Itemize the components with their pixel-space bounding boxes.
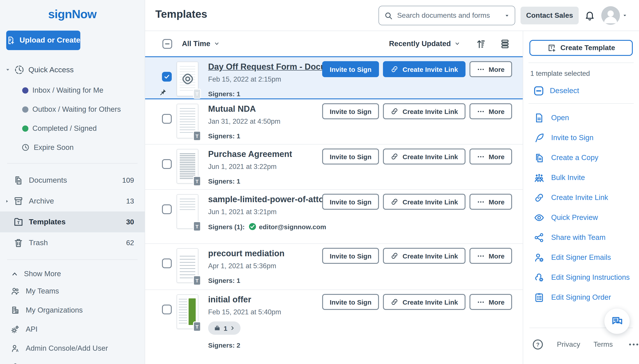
panel-action-item[interactable]: Open bbox=[529, 108, 633, 128]
row-checkbox[interactable] bbox=[162, 114, 172, 124]
chevron-up-icon bbox=[12, 271, 18, 277]
document-thumbnail[interactable]: T bbox=[177, 62, 198, 96]
more-dots-icon bbox=[477, 252, 485, 260]
panel-action-label: Invite to Sign bbox=[551, 134, 593, 142]
template-plus-icon: T bbox=[547, 44, 556, 52]
user-avatar[interactable] bbox=[601, 6, 620, 25]
link-icon bbox=[391, 107, 399, 115]
document-thumbnail[interactable]: T bbox=[177, 104, 198, 138]
quick-access-item[interactable]: Outbox / Waiting for Others bbox=[0, 100, 145, 119]
upload-or-create-button[interactable]: Upload or Create bbox=[6, 30, 80, 50]
row-checkbox[interactable] bbox=[162, 258, 172, 268]
team-badge[interactable]: 1 bbox=[208, 322, 241, 335]
quick-access-item[interactable]: Completed / Signed bbox=[0, 119, 145, 138]
sidebar-folder-item[interactable]: Archive 13 bbox=[0, 191, 145, 212]
create-invite-link-button[interactable]: Create Invite Link bbox=[383, 148, 466, 164]
sidebar-more-item[interactable]: A Admin Console/Add User bbox=[0, 339, 145, 358]
share-team-icon bbox=[534, 232, 544, 243]
document-thumbnail[interactable]: T bbox=[177, 194, 198, 229]
time-filter-dropdown[interactable]: All Time bbox=[182, 40, 219, 48]
panel-action-item[interactable]: Edit Signing Instructions bbox=[529, 267, 633, 287]
invite-to-sign-button[interactable]: Invite to Sign bbox=[322, 148, 379, 164]
quick-access-item[interactable]: Inbox / Waiting for Me bbox=[0, 81, 145, 100]
deselect-button[interactable]: Deselect bbox=[533, 85, 633, 97]
more-button[interactable]: More bbox=[469, 61, 512, 77]
panel-action-label: Edit Signing Instructions bbox=[551, 273, 630, 282]
contact-sales-button[interactable]: Contact Sales bbox=[520, 7, 579, 24]
template-title-link[interactable]: precourt mediation bbox=[208, 249, 284, 258]
row-checkbox[interactable] bbox=[162, 159, 172, 169]
invite-to-sign-button[interactable]: Invite to Sign bbox=[322, 248, 379, 264]
privacy-link[interactable]: Privacy bbox=[557, 340, 580, 348]
account-menu-caret-icon[interactable] bbox=[622, 13, 627, 18]
invite-to-sign-button[interactable]: Invite to Sign bbox=[322, 103, 379, 119]
caret-right-icon[interactable] bbox=[5, 199, 9, 203]
live-chat-button[interactable] bbox=[604, 308, 630, 334]
more-button[interactable]: More bbox=[469, 294, 512, 310]
create-invite-link-button[interactable]: Create Invite Link bbox=[383, 248, 466, 264]
row-checkbox[interactable] bbox=[162, 72, 172, 82]
help-icon[interactable]: ? bbox=[532, 338, 544, 350]
create-invite-link-button[interactable]: Create Invite Link bbox=[383, 61, 466, 77]
panel-action-item[interactable]: Quick Preview bbox=[529, 208, 633, 228]
sidebar-more-item[interactable]: Pricing bbox=[0, 358, 145, 364]
folder-label: Trash bbox=[29, 238, 48, 247]
sidebar-more-item-label: Pricing bbox=[26, 363, 48, 364]
document-thumbnail[interactable]: T bbox=[177, 294, 198, 329]
row-checkbox[interactable] bbox=[162, 204, 172, 214]
panel-action-item[interactable]: Share with Team bbox=[529, 228, 633, 248]
sort-label: Recently Updated bbox=[389, 40, 451, 48]
search-input[interactable] bbox=[397, 12, 500, 20]
sidebar-more-item[interactable]: My Teams bbox=[0, 282, 145, 300]
sidebar-divider bbox=[7, 259, 138, 260]
more-button[interactable]: More bbox=[469, 103, 512, 119]
create-invite-link-button[interactable]: Create Invite Link bbox=[383, 103, 466, 119]
template-title-link[interactable]: Mutual NDA bbox=[208, 104, 256, 114]
sidebar-more-item[interactable]: API bbox=[0, 320, 145, 339]
sort-direction-icon[interactable] bbox=[476, 38, 486, 49]
search-scope-caret-icon[interactable] bbox=[505, 13, 509, 18]
invite-sign-icon bbox=[534, 132, 544, 143]
template-title-link[interactable]: initial offer bbox=[208, 295, 251, 304]
sidebar-folder-item[interactable]: Trash 62 bbox=[0, 232, 145, 253]
sidebar-folder-item[interactable]: T Templates 30 bbox=[0, 212, 145, 232]
template-title-link[interactable]: Purchase Agreement bbox=[208, 150, 292, 159]
organizations-icon bbox=[11, 306, 20, 315]
quick-access-item[interactable]: Expire Soon bbox=[0, 138, 145, 157]
sidebar-folder-item[interactable]: Documents 109 bbox=[0, 170, 145, 191]
invite-to-sign-button[interactable]: Invite to Sign bbox=[322, 294, 379, 310]
folder-label: Documents bbox=[29, 176, 67, 185]
sort-dropdown[interactable]: Recently Updated bbox=[389, 40, 460, 48]
create-template-button[interactable]: T Create Template bbox=[529, 40, 633, 56]
select-all-checkbox[interactable] bbox=[162, 39, 172, 48]
more-button[interactable]: More bbox=[469, 148, 512, 164]
panel-action-item[interactable]: Edit Signing Order bbox=[529, 287, 633, 307]
panel-action-item[interactable]: Create a Copy bbox=[529, 148, 633, 168]
show-more-toggle[interactable]: Show More bbox=[12, 270, 145, 278]
footer-more-options-icon[interactable] bbox=[628, 338, 639, 350]
invite-to-sign-button[interactable]: Invite to Sign bbox=[322, 61, 379, 77]
template-title-link[interactable]: sample-limited-power-of-attor… bbox=[208, 195, 336, 204]
sidebar-more-item-label: My Teams bbox=[26, 287, 59, 295]
quick-access-header[interactable]: Quick Access bbox=[5, 65, 145, 75]
template-row: T initial offer Feb 15, 2021 at 5:40pm 1… bbox=[145, 290, 523, 364]
panel-action-item[interactable]: Create Invite Link bbox=[529, 188, 633, 208]
document-thumbnail[interactable]: T bbox=[177, 248, 198, 283]
invite-to-sign-button[interactable]: Invite to Sign bbox=[322, 194, 379, 210]
notifications-bell-icon[interactable] bbox=[584, 10, 595, 21]
create-invite-link-button[interactable]: Create Invite Link bbox=[383, 294, 466, 310]
panel-action-item[interactable]: Bulk Invite bbox=[529, 168, 633, 188]
more-button[interactable]: More bbox=[469, 194, 512, 210]
panel-action-item[interactable]: Edit Signer Emails bbox=[529, 248, 633, 267]
list-view-icon[interactable] bbox=[500, 38, 510, 49]
more-button[interactable]: More bbox=[469, 248, 512, 264]
document-thumbnail[interactable]: T bbox=[177, 149, 198, 184]
chevron-right-icon bbox=[230, 326, 235, 330]
check-icon bbox=[164, 74, 170, 80]
panel-action-item[interactable]: Invite to Sign bbox=[529, 128, 633, 148]
create-invite-link-button[interactable]: Create Invite Link bbox=[383, 194, 466, 210]
row-checkbox[interactable] bbox=[162, 304, 172, 314]
terms-link[interactable]: Terms bbox=[593, 340, 613, 348]
sidebar-more-item[interactable]: My Organizations bbox=[0, 300, 145, 320]
sidebar-more-list: My Teams My Organizations API A Admin Co… bbox=[0, 282, 145, 364]
